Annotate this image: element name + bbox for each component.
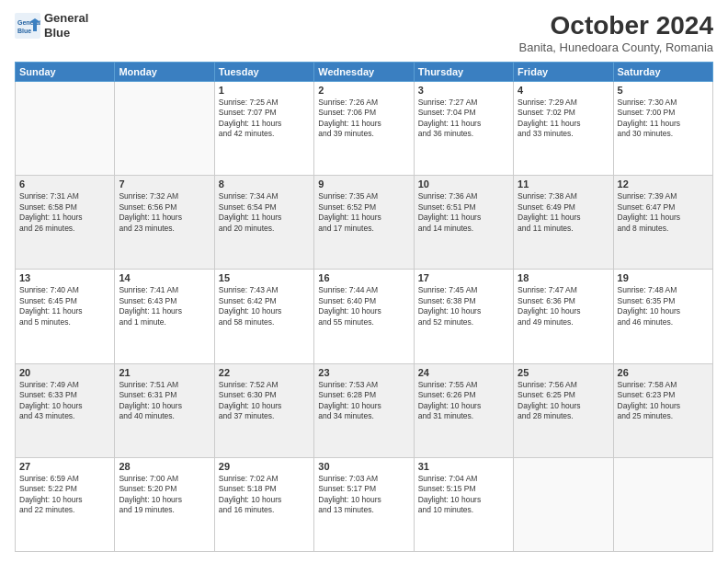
table-row: 10Sunrise: 7:36 AM Sunset: 6:51 PM Dayli… (414, 176, 513, 270)
table-row: 6Sunrise: 7:31 AM Sunset: 6:58 PM Daylig… (16, 176, 115, 270)
day-info: Sunrise: 7:26 AM Sunset: 7:06 PM Dayligh… (318, 98, 409, 140)
header-saturday: Saturday (613, 63, 712, 82)
table-row: 9Sunrise: 7:35 AM Sunset: 6:52 PM Daylig… (314, 176, 414, 270)
calendar-week-row: 13Sunrise: 7:40 AM Sunset: 6:45 PM Dayli… (16, 270, 713, 363)
table-row: 7Sunrise: 7:32 AM Sunset: 6:56 PM Daylig… (115, 176, 214, 270)
table-row: 8Sunrise: 7:34 AM Sunset: 6:54 PM Daylig… (214, 176, 313, 270)
table-row: 11Sunrise: 7:38 AM Sunset: 6:49 PM Dayli… (514, 176, 613, 270)
day-info: Sunrise: 7:25 AM Sunset: 7:07 PM Dayligh… (219, 98, 310, 140)
header-wednesday: Wednesday (314, 63, 414, 82)
svg-text:Blue: Blue (17, 28, 31, 34)
calendar-week-row: 20Sunrise: 7:49 AM Sunset: 6:33 PM Dayli… (16, 363, 713, 457)
day-number: 22 (219, 367, 310, 378)
calendar-subtitle: Banita, Hunedoara County, Romania (519, 40, 714, 54)
day-number: 24 (418, 367, 509, 378)
table-row: 20Sunrise: 7:49 AM Sunset: 6:33 PM Dayli… (16, 363, 115, 457)
table-row: 1Sunrise: 7:25 AM Sunset: 7:07 PM Daylig… (214, 82, 313, 176)
header: General Blue General Blue October 2024 B… (15, 11, 713, 54)
day-number: 18 (518, 272, 609, 283)
day-info: Sunrise: 7:48 AM Sunset: 6:35 PM Dayligh… (618, 285, 709, 327)
weekday-header-row: Sunday Monday Tuesday Wednesday Thursday… (16, 63, 713, 82)
table-row (115, 82, 214, 176)
day-info: Sunrise: 7:58 AM Sunset: 6:23 PM Dayligh… (618, 380, 709, 422)
header-tuesday: Tuesday (214, 63, 313, 82)
table-row: 26Sunrise: 7:58 AM Sunset: 6:23 PM Dayli… (613, 363, 712, 457)
day-number: 15 (219, 272, 310, 283)
day-number: 4 (518, 85, 609, 96)
calendar-title: October 2024 (519, 11, 714, 40)
day-info: Sunrise: 7:36 AM Sunset: 6:51 PM Dayligh… (418, 191, 509, 234)
day-info: Sunrise: 7:51 AM Sunset: 6:31 PM Dayligh… (119, 380, 210, 422)
table-row (613, 457, 712, 551)
day-number: 16 (318, 272, 409, 283)
table-row: 24Sunrise: 7:55 AM Sunset: 6:26 PM Dayli… (414, 363, 513, 457)
logo-icon: General Blue (15, 13, 40, 39)
day-number: 31 (418, 461, 509, 472)
day-info: Sunrise: 7:02 AM Sunset: 5:18 PM Dayligh… (219, 474, 310, 516)
day-number: 13 (19, 272, 110, 283)
table-row (514, 457, 613, 551)
day-info: Sunrise: 7:39 AM Sunset: 6:47 PM Dayligh… (618, 191, 709, 234)
table-row: 18Sunrise: 7:47 AM Sunset: 6:36 PM Dayli… (514, 270, 613, 363)
day-number: 23 (318, 367, 409, 378)
day-info: Sunrise: 7:47 AM Sunset: 6:36 PM Dayligh… (518, 285, 609, 327)
day-info: Sunrise: 6:59 AM Sunset: 5:22 PM Dayligh… (19, 474, 110, 516)
day-info: Sunrise: 7:38 AM Sunset: 6:49 PM Dayligh… (518, 191, 609, 234)
header-thursday: Thursday (414, 63, 513, 82)
day-number: 17 (418, 272, 509, 283)
table-row: 30Sunrise: 7:03 AM Sunset: 5:17 PM Dayli… (314, 457, 414, 551)
logo: General Blue General Blue (15, 11, 88, 40)
table-row: 27Sunrise: 6:59 AM Sunset: 5:22 PM Dayli… (16, 457, 115, 551)
calendar-week-row: 6Sunrise: 7:31 AM Sunset: 6:58 PM Daylig… (16, 176, 713, 270)
table-row: 29Sunrise: 7:02 AM Sunset: 5:18 PM Dayli… (214, 457, 313, 551)
day-number: 28 (119, 461, 210, 472)
table-row: 13Sunrise: 7:40 AM Sunset: 6:45 PM Dayli… (16, 270, 115, 363)
day-number: 14 (119, 272, 210, 283)
table-row: 28Sunrise: 7:00 AM Sunset: 5:20 PM Dayli… (115, 457, 214, 551)
day-number: 8 (219, 178, 310, 190)
day-info: Sunrise: 7:27 AM Sunset: 7:04 PM Dayligh… (418, 98, 509, 140)
day-info: Sunrise: 7:32 AM Sunset: 6:56 PM Dayligh… (119, 191, 210, 234)
page: General Blue General Blue October 2024 B… (0, 0, 728, 563)
table-row: 2Sunrise: 7:26 AM Sunset: 7:06 PM Daylig… (314, 82, 414, 176)
header-friday: Friday (514, 63, 613, 82)
day-info: Sunrise: 7:29 AM Sunset: 7:02 PM Dayligh… (518, 98, 609, 140)
table-row: 17Sunrise: 7:45 AM Sunset: 6:38 PM Dayli… (414, 270, 513, 363)
table-row: 23Sunrise: 7:53 AM Sunset: 6:28 PM Dayli… (314, 363, 414, 457)
day-info: Sunrise: 7:04 AM Sunset: 5:15 PM Dayligh… (418, 474, 509, 516)
header-sunday: Sunday (16, 63, 115, 82)
calendar-week-row: 1Sunrise: 7:25 AM Sunset: 7:07 PM Daylig… (16, 82, 713, 176)
day-number: 11 (518, 178, 609, 190)
day-number: 9 (318, 178, 409, 190)
table-row: 14Sunrise: 7:41 AM Sunset: 6:43 PM Dayli… (115, 270, 214, 363)
day-number: 5 (618, 85, 709, 96)
day-info: Sunrise: 7:56 AM Sunset: 6:25 PM Dayligh… (518, 380, 609, 422)
table-row: 12Sunrise: 7:39 AM Sunset: 6:47 PM Dayli… (613, 176, 712, 270)
day-info: Sunrise: 7:40 AM Sunset: 6:45 PM Dayligh… (19, 285, 110, 327)
table-row: 15Sunrise: 7:43 AM Sunset: 6:42 PM Dayli… (214, 270, 313, 363)
day-number: 30 (318, 461, 409, 472)
day-number: 3 (418, 85, 509, 96)
table-row: 31Sunrise: 7:04 AM Sunset: 5:15 PM Dayli… (414, 457, 513, 551)
day-info: Sunrise: 7:35 AM Sunset: 6:52 PM Dayligh… (318, 191, 409, 234)
table-row: 21Sunrise: 7:51 AM Sunset: 6:31 PM Dayli… (115, 363, 214, 457)
day-number: 10 (418, 178, 509, 190)
day-info: Sunrise: 7:55 AM Sunset: 6:26 PM Dayligh… (418, 380, 509, 422)
calendar-week-row: 27Sunrise: 6:59 AM Sunset: 5:22 PM Dayli… (16, 457, 713, 551)
table-row: 3Sunrise: 7:27 AM Sunset: 7:04 PM Daylig… (414, 82, 513, 176)
day-info: Sunrise: 7:30 AM Sunset: 7:00 PM Dayligh… (618, 98, 709, 140)
table-row: 25Sunrise: 7:56 AM Sunset: 6:25 PM Dayli… (514, 363, 613, 457)
day-info: Sunrise: 7:34 AM Sunset: 6:54 PM Dayligh… (219, 191, 310, 234)
day-info: Sunrise: 7:44 AM Sunset: 6:40 PM Dayligh… (318, 285, 409, 327)
calendar-table: Sunday Monday Tuesday Wednesday Thursday… (15, 62, 713, 552)
table-row: 4Sunrise: 7:29 AM Sunset: 7:02 PM Daylig… (514, 82, 613, 176)
day-number: 2 (318, 85, 409, 96)
day-info: Sunrise: 7:41 AM Sunset: 6:43 PM Dayligh… (119, 285, 210, 327)
day-number: 27 (19, 461, 110, 472)
title-block: October 2024 Banita, Hunedoara County, R… (519, 11, 714, 54)
day-number: 1 (219, 85, 310, 96)
table-row (16, 82, 115, 176)
logo-text: General Blue (44, 11, 88, 40)
table-row: 5Sunrise: 7:30 AM Sunset: 7:00 PM Daylig… (613, 82, 712, 176)
day-number: 20 (19, 367, 110, 378)
